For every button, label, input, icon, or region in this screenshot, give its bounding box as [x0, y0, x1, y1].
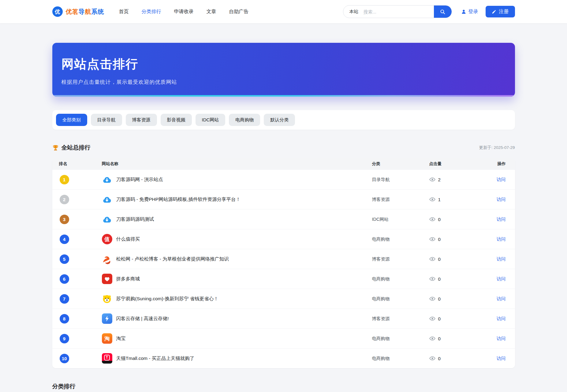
- search-scope-select[interactable]: 本站: [343, 9, 364, 15]
- page-subtitle: 根据用户点击量统计，展示最受欢迎的优质网站: [62, 79, 515, 86]
- nav-item-category-ranking[interactable]: 分类排行: [142, 9, 161, 15]
- visit-link[interactable]: 访问: [497, 256, 506, 261]
- logo-glyph: 优: [55, 8, 60, 15]
- site-name-link[interactable]: 刀客源码 - 免费PHP网站源码模板,插件软件资源分享平台！: [116, 196, 241, 203]
- rank-badge: 6: [60, 274, 69, 284]
- col-site-name: 网站名称: [102, 161, 372, 167]
- table-row: 9 淘 淘宝 电商购物 0 访问: [52, 328, 515, 348]
- rank-badge: 7: [60, 294, 69, 304]
- category-ranking-title: 分类排行: [52, 383, 515, 390]
- eye-icon: [429, 316, 435, 321]
- site-icon-taobao: 淘: [102, 333, 112, 344]
- site-category: 电商购物: [372, 276, 429, 282]
- table-row: 4 值 什么值得买 电商购物 0 访问: [52, 229, 515, 249]
- table-header-row: 排名 网站名称 分类 点击量 操作: [52, 158, 515, 169]
- rank-badge: 10: [60, 354, 69, 363]
- table-row: 6 拼多多商城 电商购物 0 访问: [52, 269, 515, 289]
- rank-badge: 5: [60, 254, 69, 264]
- nav-item-self-ads[interactable]: 自助广告: [229, 9, 249, 15]
- site-name-link[interactable]: 松松网 - 卢松松博客 - 为草根创业者提供网络推广知识: [116, 256, 229, 262]
- visit-link[interactable]: 访问: [497, 177, 506, 182]
- eye-icon: [429, 257, 435, 261]
- site-name-link[interactable]: 拼多多商城: [116, 276, 140, 282]
- top-navbar: 优 优茗导航系统 首页 分类排行 申请收录 文章 自助广告 本站 登录: [0, 0, 567, 23]
- eye-icon: [429, 217, 435, 221]
- visit-link[interactable]: 访问: [497, 296, 506, 301]
- ranking-table: 排名 网站名称 分类 点击量 操作 1 刀客源码网 - 演示站点 目录导航 2 …: [52, 158, 515, 368]
- site-category: 博客资源: [372, 256, 429, 262]
- site-name-link[interactable]: 刀客源码源码测试: [116, 216, 154, 223]
- visit-link[interactable]: 访问: [497, 197, 506, 202]
- rank-badge-silver: 2: [60, 195, 69, 204]
- search-button[interactable]: [434, 5, 452, 18]
- filter-ecommerce[interactable]: 电商购物: [229, 114, 260, 126]
- site-name-link[interactable]: 淘宝: [116, 335, 126, 342]
- site-icon-zhide-zhi: 值: [102, 234, 112, 244]
- search-bar: 本站: [343, 5, 452, 18]
- eye-icon: [429, 197, 435, 202]
- nav-item-articles[interactable]: 文章: [207, 9, 216, 15]
- eye-icon: [429, 336, 435, 341]
- visit-link[interactable]: 访问: [497, 316, 506, 321]
- pencil-icon: [492, 9, 496, 14]
- site-name-link[interactable]: 刀客源码网 - 演示站点: [116, 176, 163, 183]
- click-count: 0: [438, 336, 441, 341]
- filter-idc[interactable]: IDC网站: [196, 114, 226, 126]
- site-category: 电商购物: [372, 236, 429, 242]
- site-icon-pinduoduo-heart: [102, 274, 112, 284]
- filter-directory-nav[interactable]: 目录导航: [91, 114, 122, 126]
- col-action: 操作: [498, 161, 506, 167]
- click-count: 0: [438, 257, 441, 262]
- visit-link[interactable]: 访问: [497, 236, 506, 242]
- search-input[interactable]: [364, 9, 434, 14]
- click-count: 2: [438, 177, 441, 182]
- click-count: 0: [438, 356, 441, 361]
- rank-badge: 8: [60, 314, 69, 324]
- site-name-link[interactable]: 苏宁易购(Suning.com)-换新到苏宁 省钱更省心！: [116, 296, 218, 302]
- site-category: 电商购物: [372, 356, 429, 361]
- click-count: 0: [438, 217, 441, 222]
- filter-default[interactable]: 默认分类: [264, 114, 295, 126]
- table-row: 3 刀客源码源码测试 IDC网站 0 访问: [52, 209, 515, 229]
- site-icon-download-cloud: [102, 194, 112, 205]
- visit-link[interactable]: 访问: [497, 356, 506, 361]
- filter-blog-resources[interactable]: 博客资源: [126, 114, 157, 126]
- visit-link[interactable]: 访问: [497, 216, 506, 222]
- rank-badge: 4: [60, 235, 69, 244]
- brand-name[interactable]: 优茗导航系统: [66, 8, 104, 16]
- visit-link[interactable]: 访问: [497, 336, 506, 341]
- site-category: 目录导航: [372, 177, 429, 183]
- section-title: 全站总排行: [62, 144, 91, 152]
- rank-badge-bronze: 3: [60, 215, 69, 224]
- site-name-link[interactable]: 什么值得买: [116, 236, 140, 242]
- col-rank: 排名: [59, 161, 102, 167]
- table-row: 8 闪客云存储 | 高速云存储! 博客资源 0 访问: [52, 309, 515, 328]
- site-icon-download-cloud: [102, 174, 112, 185]
- col-category: 分类: [372, 161, 429, 167]
- eye-icon: [429, 237, 435, 241]
- trophy-icon: [52, 145, 59, 151]
- filter-video[interactable]: 影音视频: [161, 114, 192, 126]
- page-title: 网站点击排行: [62, 56, 515, 72]
- click-count: 0: [438, 276, 441, 282]
- filter-all[interactable]: 全部类别: [56, 114, 87, 126]
- click-count: 0: [438, 237, 441, 242]
- hero-banner: 网站点击排行 根据用户点击量统计，展示最受欢迎的优质网站: [52, 43, 515, 97]
- site-icon-songsong-squirrel: [102, 254, 112, 264]
- site-category: 电商购物: [372, 336, 429, 342]
- site-icon-suning-lion: [102, 294, 112, 304]
- login-link[interactable]: 登录: [461, 9, 478, 15]
- site-logo-icon[interactable]: 优: [52, 6, 63, 17]
- table-row: 1 刀客源码网 - 演示站点 目录导航 2 访问: [52, 169, 515, 189]
- eye-icon: [429, 356, 435, 361]
- register-button[interactable]: 注册: [486, 6, 515, 17]
- nav-item-submit-site[interactable]: 申请收录: [174, 9, 194, 15]
- site-name-link[interactable]: 闪客云存储 | 高速云存储!: [116, 316, 169, 322]
- nav-item-home[interactable]: 首页: [119, 9, 129, 15]
- main-nav: 首页 分类排行 申请收录 文章 自助广告: [119, 9, 249, 15]
- table-row: 7 苏宁易购(Suning.com)-换新到苏宁 省钱更省心！ 电商购物 0 访…: [52, 289, 515, 309]
- visit-link[interactable]: 访问: [497, 276, 506, 281]
- site-name-link[interactable]: 天猫Tmall.com - 买正品上天猫就购了: [116, 355, 195, 362]
- rank-badge: 9: [60, 334, 69, 343]
- site-category: 博客资源: [372, 316, 429, 322]
